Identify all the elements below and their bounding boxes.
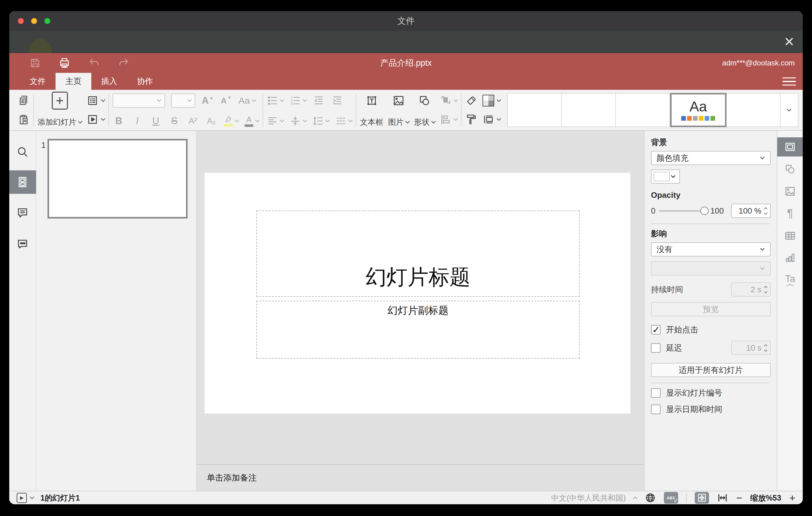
save-button[interactable] — [30, 57, 41, 68]
opacity-slider-thumb[interactable] — [700, 207, 709, 215]
subscript-button[interactable]: A₂ — [205, 113, 218, 129]
font-color-button[interactable]: A — [245, 113, 259, 129]
bullets-button[interactable] — [267, 93, 284, 108]
background-color-picker[interactable] — [651, 169, 680, 183]
font-size-combo[interactable] — [171, 93, 195, 108]
insert-textbox-label[interactable]: 文本框 — [360, 117, 383, 127]
chevron-down-icon[interactable] — [30, 495, 34, 499]
change-case-button[interactable]: Aa — [238, 93, 256, 108]
subtitle-placeholder[interactable]: 幻灯片副标题 — [256, 300, 580, 359]
strikeout-button[interactable]: S — [168, 113, 180, 129]
insert-image-label[interactable]: 图片 — [388, 117, 409, 127]
chat-button[interactable] — [9, 232, 36, 256]
increase-indent-button[interactable] — [331, 93, 343, 108]
textart-settings-tab[interactable]: Ta — [777, 271, 803, 290]
tab-home[interactable]: 主页 — [56, 73, 91, 90]
theme-option-5[interactable] — [727, 93, 781, 127]
set-language-button[interactable] — [645, 492, 656, 503]
redo-button[interactable] — [118, 57, 129, 69]
chevron-down-icon — [348, 118, 353, 122]
shape-settings-tab[interactable] — [777, 160, 803, 179]
image-settings-tab[interactable] — [777, 182, 803, 201]
theme-gallery-expand-button[interactable] — [781, 93, 799, 127]
slide-canvas[interactable]: 幻灯片标题 幻灯片副标题 — [205, 173, 630, 413]
show-date-time-checkbox[interactable] — [651, 405, 661, 414]
background-fill-select[interactable]: 颜色填充 — [651, 151, 771, 165]
italic-button[interactable]: I — [131, 113, 143, 129]
notes-area[interactable]: 单击添加备注 — [197, 464, 644, 491]
spinner-arrows-icon[interactable] — [764, 208, 767, 214]
slides-panel-button[interactable] — [9, 170, 36, 194]
show-slide-number-checkbox[interactable] — [651, 388, 661, 398]
add-slide-button[interactable]: + — [52, 93, 68, 108]
undo-icon — [88, 57, 100, 69]
superscript-button[interactable]: A² — [187, 113, 199, 129]
insert-textbox-button[interactable] — [366, 93, 378, 108]
theme-option-1[interactable] — [507, 93, 562, 127]
numbering-button[interactable]: 123 — [290, 93, 306, 108]
view-settings-menu-icon[interactable] — [782, 75, 796, 88]
decrement-font-button[interactable]: A▼ — [220, 93, 232, 108]
insert-shape-button[interactable] — [418, 93, 431, 108]
minimize-window-button[interactable] — [31, 18, 37, 24]
close-document-icon[interactable]: ✕ — [782, 34, 796, 49]
start-on-click-checkbox[interactable] — [651, 325, 661, 335]
copy-style-button[interactable] — [465, 112, 477, 127]
insert-shape-label[interactable]: 形状 — [414, 117, 435, 127]
underline-button[interactable]: U — [150, 113, 162, 129]
vertical-align-button[interactable] — [290, 113, 306, 129]
start-slideshow-button[interactable] — [87, 112, 105, 127]
align-shape-button[interactable] — [440, 112, 457, 127]
document-language[interactable]: 中文(中华人民共和国) — [551, 493, 626, 503]
delay-checkbox[interactable] — [651, 343, 661, 353]
line-spacing-button[interactable] — [313, 113, 329, 129]
line-spacing-icon — [313, 115, 324, 126]
paragraph-settings-tab[interactable]: ¶ — [777, 204, 803, 223]
tab-collaboration[interactable]: 协作 — [127, 73, 163, 90]
effect-select[interactable]: 没有 — [651, 242, 771, 256]
chart-settings-tab[interactable] — [777, 249, 803, 267]
print-button[interactable] — [59, 57, 70, 69]
fit-to-slide-button[interactable] — [695, 492, 709, 504]
undo-button[interactable] — [88, 57, 100, 69]
font-name-combo[interactable] — [113, 93, 165, 108]
color-schemes-button[interactable] — [483, 93, 500, 108]
fit-to-width-button[interactable] — [717, 492, 728, 503]
horizontal-align-button[interactable] — [267, 113, 284, 129]
close-window-button[interactable] — [18, 18, 24, 24]
insert-image-button[interactable] — [393, 93, 405, 108]
columns-button[interactable] — [335, 113, 352, 129]
spell-check-button[interactable]: ABC✓ — [664, 492, 678, 504]
theme-option-3[interactable] — [616, 93, 670, 127]
start-slideshow-statusbar-button[interactable]: ▶ — [17, 493, 27, 503]
comments-button[interactable] — [9, 201, 36, 225]
highlight-color-button[interactable] — [224, 113, 238, 129]
table-settings-tab[interactable] — [777, 226, 803, 245]
decrease-indent-button[interactable] — [313, 93, 325, 108]
zoom-in-button[interactable]: + — [789, 492, 795, 503]
change-layout-button[interactable] — [87, 93, 105, 108]
find-button[interactable] — [9, 140, 36, 164]
theme-option-2[interactable] — [562, 93, 616, 127]
bold-button[interactable]: B — [113, 113, 125, 129]
paste-button[interactable] — [17, 113, 30, 127]
increment-font-button[interactable]: A▲ — [201, 93, 214, 108]
add-slide-label-button[interactable]: 添加幻灯片 — [38, 117, 82, 127]
theme-option-selected[interactable]: Aa — [670, 93, 727, 127]
slide-settings-tab[interactable] — [777, 137, 803, 156]
slide-size-button[interactable] — [483, 112, 500, 127]
arrange-shape-button[interactable] — [440, 93, 457, 108]
columns-icon — [335, 115, 346, 126]
slide-thumbnail[interactable] — [48, 139, 187, 219]
zoom-out-button[interactable]: − — [736, 492, 742, 503]
opacity-spinner[interactable]: 100 % — [731, 204, 771, 218]
opacity-slider[interactable] — [659, 210, 705, 212]
maximize-window-button[interactable] — [45, 18, 50, 24]
copy-button[interactable] — [17, 93, 30, 108]
tab-file[interactable]: 文件 — [20, 73, 56, 90]
chevron-down-icon — [252, 97, 256, 102]
tab-insert[interactable]: 插入 — [91, 73, 127, 90]
title-placeholder[interactable]: 幻灯片标题 — [256, 210, 580, 297]
apply-to-all-slides-button[interactable]: 适用于所有幻灯片 — [651, 363, 771, 377]
select-all-button[interactable] — [465, 93, 477, 108]
